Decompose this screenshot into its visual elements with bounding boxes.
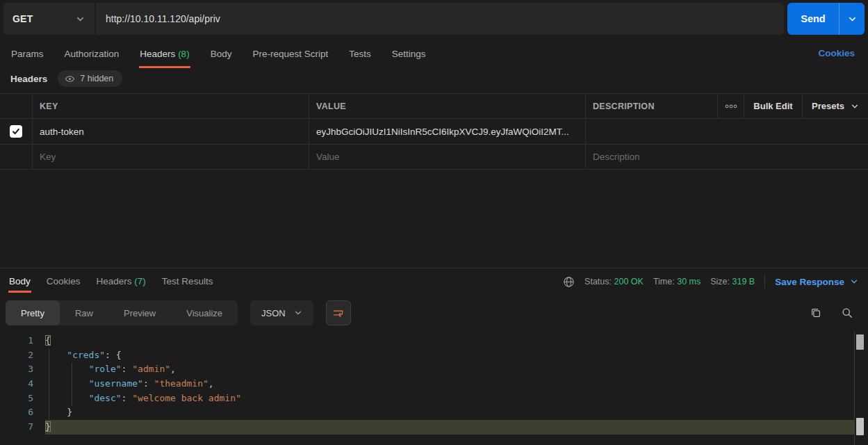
description-input[interactable]: Description	[593, 152, 640, 162]
tab-params[interactable]: Params	[10, 43, 44, 68]
postman-request-window: GET http://10.10.11.120/api/priv Send Pa…	[0, 0, 868, 445]
response-meta: Status: 200 OK Time: 30 ms Size: 319 B S…	[563, 275, 864, 289]
line-number: 7	[0, 420, 45, 435]
three-dots-icon	[725, 104, 737, 108]
indent-guide	[49, 348, 49, 421]
hidden-headers-toggle[interactable]: 7 hidden	[58, 70, 122, 87]
more-options-button[interactable]	[718, 94, 744, 118]
code-line: 3 "role": "admin",	[0, 362, 855, 377]
line-content: "username": "theadmin",	[45, 377, 855, 391]
chevron-down-icon	[851, 102, 859, 111]
method-selector[interactable]: GET	[3, 3, 95, 35]
view-preview[interactable]: Preview	[108, 300, 171, 325]
tab-settings[interactable]: Settings	[391, 43, 427, 68]
line-number: 3	[0, 362, 45, 377]
line-number: 6	[0, 405, 45, 420]
column-value: VALUE	[309, 94, 586, 118]
code-line: 2 "creds": {	[0, 348, 855, 363]
code-line: 4 "username": "theadmin",	[0, 377, 855, 391]
view-mode-switcher: Pretty Raw Preview Visualize	[6, 300, 238, 325]
request-tabs: Params Authorization Headers (8) Body Pr…	[10, 43, 427, 68]
line-content: }	[45, 420, 855, 435]
hidden-headers-label: 7 hidden	[80, 74, 113, 83]
response-tab-body[interactable]: Body	[8, 271, 31, 293]
table-placeholder-row: Key Value Description	[0, 145, 868, 170]
response-body-actions	[810, 307, 853, 319]
column-description: DESCRIPTION	[586, 94, 718, 118]
view-visualize[interactable]: Visualize	[171, 300, 238, 325]
table-row: auth-token eyJhbGciOiJIUzI1NiIsInR5cCI6I…	[0, 119, 868, 145]
size-badge: Size: 319 B	[710, 277, 755, 286]
meta-separator	[764, 275, 765, 289]
value-input[interactable]: Value	[316, 152, 340, 162]
search-icon[interactable]	[841, 307, 853, 319]
headers-section-bar: Headers 7 hidden	[10, 70, 122, 87]
response-view-toolbar: Pretty Raw Preview Visualize JSON	[6, 300, 351, 325]
time-badge: Time: 30 ms	[653, 277, 701, 286]
url-input[interactable]: http://10.10.11.120/api/priv	[96, 3, 784, 35]
overview-cursor-mark[interactable]	[856, 418, 864, 435]
headers-count: (8)	[178, 49, 190, 59]
column-key: KEY	[33, 94, 309, 118]
response-tabs: Body Cookies Headers (7) Test Results	[8, 271, 213, 293]
table-header-row: KEY VALUE DESCRIPTION Bulk Edit Presets	[0, 94, 868, 119]
cookies-link[interactable]: Cookies	[818, 48, 855, 58]
response-body-code[interactable]: 1{2 "creds": {3 "role": "admin",4 "usern…	[0, 328, 855, 445]
chevron-down-icon	[850, 277, 858, 286]
chevron-down-icon	[294, 309, 302, 317]
copy-icon[interactable]	[810, 307, 822, 319]
key-input[interactable]: Key	[40, 152, 56, 162]
save-response-button[interactable]: Save Response	[775, 277, 864, 287]
send-button[interactable]: Send	[787, 3, 840, 35]
presets-dropdown[interactable]: Presets	[803, 94, 868, 118]
view-pretty[interactable]: Pretty	[6, 300, 60, 325]
send-options-button[interactable]	[840, 3, 865, 35]
scrollbar-track	[854, 332, 855, 445]
tab-pre-request-script[interactable]: Pre-request Script	[252, 43, 329, 68]
line-number: 2	[0, 348, 45, 363]
header-value-cell[interactable]: eyJhbGciOiJIUzI1NiIsInR5cCI6IkpXVCJ9.eyJ…	[316, 127, 569, 137]
status-badge: Status: 200 OK	[584, 277, 644, 286]
line-number: 1	[0, 334, 45, 348]
wrap-lines-button[interactable]	[326, 300, 351, 325]
response-tab-cookies[interactable]: Cookies	[46, 271, 81, 293]
request-bar: GET http://10.10.11.120/api/priv	[3, 3, 784, 35]
tab-tests[interactable]: Tests	[348, 43, 372, 68]
line-content: "role": "admin",	[45, 362, 855, 377]
tab-headers[interactable]: Headers (8)	[139, 43, 190, 68]
view-raw[interactable]: Raw	[60, 300, 108, 325]
chevron-down-icon	[848, 15, 857, 24]
response-tab-headers[interactable]: Headers (7)	[96, 271, 147, 293]
header-description-cell[interactable]	[586, 119, 868, 144]
tab-authorization[interactable]: Authorization	[64, 43, 120, 68]
eye-icon	[65, 74, 75, 84]
chevron-down-icon	[76, 15, 85, 24]
line-content: {	[45, 334, 855, 348]
line-number: 5	[0, 391, 45, 406]
header-key-cell[interactable]: auth-token	[40, 127, 84, 137]
code-line: 1{	[0, 334, 855, 348]
format-dropdown[interactable]: JSON	[250, 300, 313, 325]
line-content: "desc": "welcome back admin"	[45, 391, 855, 406]
line-content: "creds": {	[45, 348, 855, 363]
response-divider	[0, 268, 868, 268]
line-content: }	[45, 405, 855, 420]
code-line: 7}	[0, 420, 855, 435]
bulk-edit-button[interactable]: Bulk Edit	[744, 94, 803, 118]
code-line: 5 "desc": "welcome back admin"	[0, 391, 855, 406]
response-tab-test-results[interactable]: Test Results	[161, 271, 214, 293]
code-line: 6 }	[0, 405, 855, 420]
send-button-group: Send	[787, 3, 865, 35]
tab-body[interactable]: Body	[210, 43, 233, 68]
row-checkbox[interactable]	[10, 125, 22, 138]
url-value: http://10.10.11.120/api/priv	[106, 13, 220, 24]
checkmark-icon	[11, 127, 21, 136]
headers-section-title: Headers	[10, 74, 47, 84]
globe-icon	[563, 276, 575, 288]
wrap-text-icon	[331, 307, 345, 320]
headers-table: KEY VALUE DESCRIPTION Bulk Edit Presets	[0, 93, 868, 170]
scrollbar-thumb[interactable]	[856, 334, 864, 350]
response-headers-count: (7)	[134, 276, 146, 286]
method-label: GET	[13, 13, 33, 24]
indent-guide	[72, 363, 72, 406]
